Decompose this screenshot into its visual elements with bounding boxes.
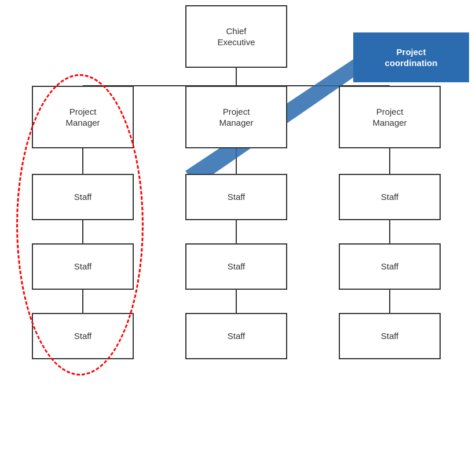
staff-2b-node: Staff (185, 243, 287, 290)
staff-2a-label: Staff (228, 191, 246, 203)
staff-1a-node: Staff (32, 174, 134, 220)
pm2-label: ProjectManager (219, 106, 253, 129)
project-coordination-label: Projectcoordination (353, 32, 469, 82)
staff-2a-node: Staff (185, 174, 287, 220)
staff-3b-node: Staff (339, 243, 441, 290)
pm1-label: ProjectManager (65, 106, 100, 129)
staff-3b-label: Staff (381, 261, 399, 272)
staff-3a-label: Staff (381, 191, 399, 203)
staff-2b-label: Staff (228, 261, 246, 272)
staff-2c-node: Staff (185, 313, 287, 359)
project-manager-2-node: ProjectManager (185, 86, 287, 148)
staff-1a-label: Staff (74, 191, 92, 203)
project-manager-1-node: ProjectManager (32, 86, 134, 148)
staff-1b-label: Staff (74, 261, 92, 272)
staff-3a-node: Staff (339, 174, 441, 220)
pm3-label: ProjectManager (372, 106, 407, 129)
org-chart: ChiefExecutive ProjectManager ProjectMan… (0, 0, 476, 452)
staff-2c-label: Staff (228, 330, 246, 342)
chief-executive-label: ChiefExecutive (217, 25, 255, 48)
project-manager-3-node: ProjectManager (339, 86, 441, 148)
chief-executive-node: ChiefExecutive (185, 5, 287, 68)
staff-3c-node: Staff (339, 313, 441, 359)
project-coordination-text: Projectcoordination (385, 46, 438, 69)
staff-1b-node: Staff (32, 243, 134, 290)
staff-1c-label: Staff (74, 330, 92, 342)
staff-3c-label: Staff (381, 330, 399, 342)
staff-1c-node: Staff (32, 313, 134, 359)
